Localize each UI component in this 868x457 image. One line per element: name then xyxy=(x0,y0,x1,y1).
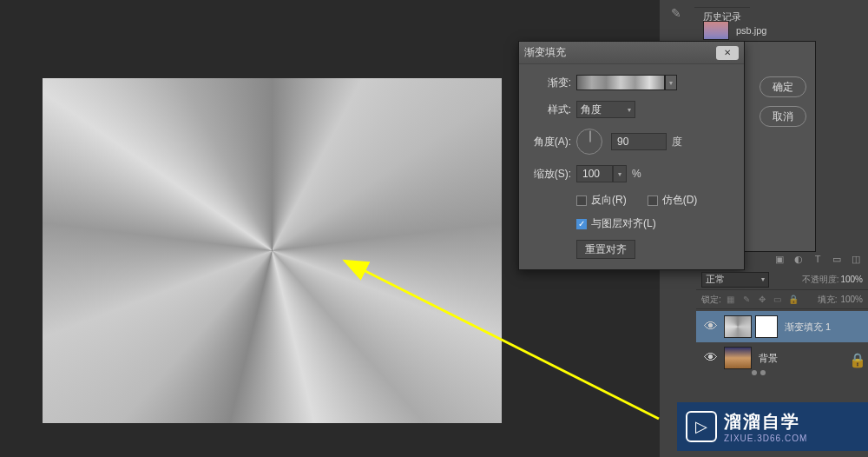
history-thumbnail xyxy=(703,21,729,40)
fill-label: 填充: xyxy=(818,294,838,306)
filter-adjust-icon[interactable]: ◐ xyxy=(792,252,806,266)
history-filename: psb.jpg xyxy=(736,25,766,36)
lock-artboard-icon[interactable]: ▭ xyxy=(772,294,784,306)
dot xyxy=(752,370,757,375)
watermark-text: 溜溜自学 ZIXUE.3D66.COM xyxy=(724,410,807,443)
layer-background[interactable]: 👁 背景 🔒 xyxy=(696,342,868,374)
style-select[interactable]: 角度 ▾ xyxy=(576,101,635,118)
history-item[interactable]: psb.jpg xyxy=(703,17,842,43)
filter-smart-icon[interactable]: ◫ xyxy=(849,252,863,266)
dialog-titlebar[interactable]: 渐变填充 ✕ xyxy=(519,42,744,64)
dialog-body: 确定 取消 渐变: ▾ 样式: 角度 ▾ 角度(A): 度 缩放(S): ▾ xyxy=(519,64,744,269)
watermark-title: 溜溜自学 xyxy=(724,410,807,434)
align-checkbox[interactable] xyxy=(576,219,587,229)
reverse-label: 反向(R) xyxy=(591,193,627,208)
gradient-picker-button[interactable]: ▾ xyxy=(665,75,677,90)
reverse-dither-row: 反向(R) 仿色(D) xyxy=(576,193,735,208)
lock-brush-icon[interactable]: ✎ xyxy=(740,294,753,306)
layer-name[interactable]: 渐变填充 1 xyxy=(785,321,861,334)
watermark-subtitle: ZIXUE.3D66.COM xyxy=(724,434,807,443)
watermark-play-icon: ▷ xyxy=(686,411,717,442)
brush-icon[interactable]: ✎ xyxy=(668,5,684,21)
angle-unit: 度 xyxy=(672,135,682,149)
scale-label: 缩放(S): xyxy=(528,167,571,182)
style-label: 样式: xyxy=(528,103,571,117)
gradient-fill-dialog: 渐变填充 ✕ 确定 取消 渐变: ▾ 样式: 角度 ▾ 角度(A): 度 xyxy=(518,41,745,270)
canvas-content xyxy=(43,78,502,423)
align-checkbox-item[interactable]: 与图层对齐(L) xyxy=(576,216,656,231)
align-label: 与图层对齐(L) xyxy=(591,216,656,231)
scale-unit: % xyxy=(632,168,641,180)
lock-pixels-icon[interactable]: ▦ xyxy=(725,294,737,306)
reverse-checkbox-item[interactable]: 反向(R) xyxy=(576,193,627,208)
reset-align-button[interactable]: 重置对齐 xyxy=(576,240,635,259)
filter-shape-icon[interactable]: ▭ xyxy=(830,252,844,266)
close-button[interactable]: ✕ xyxy=(716,46,739,60)
layer-thumbnail[interactable] xyxy=(724,315,752,338)
visibility-toggle[interactable]: 👁 xyxy=(703,350,719,366)
panel-tab-icons-top: ✎ xyxy=(663,0,689,21)
scale-input[interactable] xyxy=(576,165,613,182)
layer-thumbnail[interactable] xyxy=(724,347,752,369)
style-value: 角度 xyxy=(581,103,602,117)
gradient-label: 渐变: xyxy=(528,76,571,90)
filter-image-icon[interactable]: ▣ xyxy=(773,252,786,266)
canvas-area xyxy=(43,78,502,423)
dot xyxy=(760,370,766,375)
opacity-value[interactable]: 100% xyxy=(840,275,863,284)
gradient-row: 渐变: ▾ xyxy=(528,75,735,90)
gradient-preview[interactable] xyxy=(576,75,665,90)
dither-checkbox-item[interactable]: 仿色(D) xyxy=(648,193,698,208)
angle-input[interactable] xyxy=(611,133,667,150)
fill-value[interactable]: 100% xyxy=(840,295,863,304)
blend-mode-select[interactable]: 正常 ▾ xyxy=(701,272,769,288)
layer-name[interactable]: 背景 xyxy=(759,352,849,365)
lock-label: 锁定: xyxy=(701,294,721,306)
visibility-toggle[interactable]: 👁 xyxy=(703,319,719,334)
chevron-down-icon: ▾ xyxy=(628,106,631,114)
angle-label: 角度(A): xyxy=(528,135,571,149)
blend-mode-value: 正常 xyxy=(706,273,725,286)
layer-link-dots xyxy=(752,370,766,375)
dither-checkbox[interactable] xyxy=(648,195,658,206)
lock-icon[interactable]: 🔒 xyxy=(849,352,861,364)
chevron-down-icon: ▾ xyxy=(669,79,673,87)
opacity-label: 不透明度: xyxy=(802,274,839,286)
style-row: 样式: 角度 ▾ xyxy=(528,101,735,118)
dither-label: 仿色(D) xyxy=(662,193,698,208)
chevron-down-icon: ▾ xyxy=(618,170,621,178)
ok-button[interactable]: 确定 xyxy=(760,76,806,97)
dialog-extra-bg xyxy=(745,41,816,252)
dialog-title: 渐变填充 xyxy=(524,45,566,60)
filter-text-icon[interactable]: T xyxy=(811,252,825,266)
angle-dial[interactable] xyxy=(576,129,602,155)
reverse-checkbox[interactable] xyxy=(576,195,587,206)
lock-all-icon[interactable]: 🔒 xyxy=(787,294,799,306)
watermark: ▷ 溜溜自学 ZIXUE.3D66.COM xyxy=(677,402,868,451)
layer-mask-thumbnail[interactable] xyxy=(755,315,778,338)
scale-row: 缩放(S): ▾ % xyxy=(528,165,735,182)
layers-blend-row: 正常 ▾ 不透明度: 100% xyxy=(696,269,868,290)
angle-row: 角度(A): 度 xyxy=(528,129,735,155)
cancel-button[interactable]: 取消 xyxy=(760,106,806,127)
align-row: 与图层对齐(L) xyxy=(576,216,735,231)
layer-gradient-fill[interactable]: 👁 渐变填充 1 xyxy=(696,311,868,342)
lock-position-icon[interactable]: ✥ xyxy=(756,294,768,306)
layers-filter-icons: ▣ ◐ T ▭ ◫ xyxy=(773,252,863,266)
chevron-down-icon: ▾ xyxy=(761,275,765,283)
layers-lock-row: 锁定: ▦ ✎ ✥ ▭ 🔒 填充: 100% xyxy=(696,290,868,309)
scale-dropdown-button[interactable]: ▾ xyxy=(613,165,627,182)
